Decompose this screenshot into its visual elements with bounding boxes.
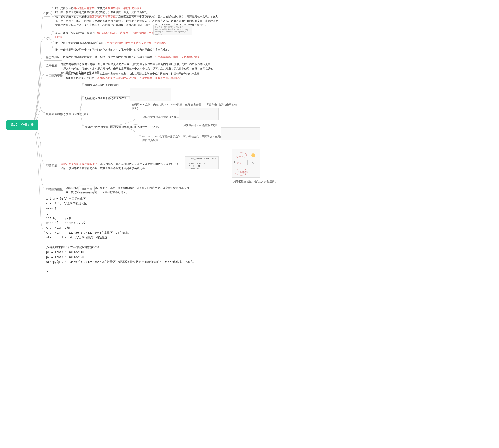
root-node[interactable]: 堆栈，变量对比 — [6, 120, 38, 130]
branch-global-var[interactable]: 全局变量 — [44, 63, 59, 69]
gs-note-linker: 全局变量的地址由链接器指定的 — [179, 123, 219, 128]
branch-global-static[interactable]: 全局静态变量 — [44, 73, 65, 79]
branch-global-and-static[interactable]: 全局变量和静态变量（static变量） — [44, 111, 91, 117]
svg-text:全局/静态: 全局/静态 — [237, 171, 247, 174]
branch-local-static[interactable]: 局部静态变量 — [44, 187, 65, 193]
branch-local-var[interactable]: 局部变量 — [44, 163, 59, 169]
local-var-code-image: int add_val(volatile int v) { volatile i… — [185, 156, 218, 169]
stack-note-3: 栈，栈存放的内容，一般来说是函数地址和相关参数。当主函数要调用一个函数的时候，要… — [54, 14, 221, 28]
gs-note-uninit: 未初始化的全局变量和静态变量则放在相邻的另外一块内存区中。 — [83, 124, 162, 130]
heap-code-image: 堆：假设一块空间内存，可以使用malloc/free函数来管理它 char *t… — [153, 25, 192, 35]
heap-note-2: 堆，空间的申请是由malloc或new来完成的，实现起来较慢，能够产生碎片，但是… — [54, 40, 169, 46]
branch-heap[interactable]: 堆 — [44, 35, 50, 42]
svg-point-2 — [251, 153, 255, 157]
global-static-note-2: 但是与全局变量不同的是，全局静态变量作用域只在定义它的一个源文件内，其他源文件不… — [64, 75, 183, 81]
heap-note-3: 堆，一般情况堆顶使用一个字节的空间来存放堆的大小，而堆中具体存放内容是由程序员来… — [54, 47, 172, 53]
local-var-caption: 局部变量在栈里，临时给a 分配空间。 — [232, 179, 279, 184]
local-var-note: 分配内存是分配在栈存储区上的，其作用域也只是在局部函数内，在定义该变量的函数内，… — [59, 161, 181, 171]
gs-note-compiler: 是由编译器自动分配和释放的。 — [83, 82, 123, 88]
svg-text:a, ...: a, ... — [252, 161, 256, 164]
local-var-diagram-image: 主内局部a, ...全局/静态 — [232, 149, 260, 177]
branch-static-storage[interactable]: 静态存储区 — [44, 54, 62, 61]
static-storage-note: 内存在程序编译的时候就已经分配好，这块内存在程序的整个运行期间都存在。它主要存放… — [62, 54, 204, 60]
svg-text:局部: 局部 — [237, 161, 242, 164]
gs-image-3 — [221, 128, 260, 140]
gs-image-2 — [179, 108, 218, 120]
branch-stack[interactable]: 栈 — [44, 11, 50, 17]
svg-text:主内: 主内 — [239, 154, 243, 157]
tooltip-free-topic[interactable]: 自由主题 — [79, 186, 95, 192]
code-example: int a = 0;// 全局初始化区 char *p1; //全局未初始化区 … — [44, 194, 198, 276]
gs-image-1 — [130, 88, 171, 101]
